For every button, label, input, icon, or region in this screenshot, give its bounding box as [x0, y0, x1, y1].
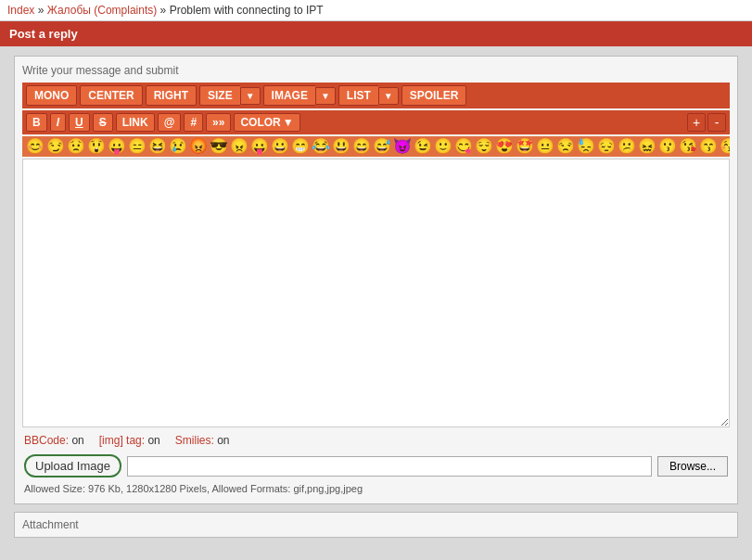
smiley-19[interactable]: 😈: [393, 139, 412, 154]
underline-button[interactable]: U: [69, 113, 90, 132]
smiley-14[interactable]: 😁: [291, 139, 310, 154]
breadcrumb-complaints-link[interactable]: Жалобы (Complaints): [47, 4, 158, 17]
toolbar-row2: B I U S LINK @ # »» COLOR ▼ + -: [22, 110, 730, 134]
breadcrumb: Index » Жалобы (Complaints) » Problem wi…: [0, 0, 752, 21]
smiley-17[interactable]: 😄: [352, 139, 371, 154]
toolbar-row1: MONO CENTER RIGHT SIZE ▼ IMAGE ▼ LIST ▼ …: [22, 83, 730, 108]
smiley-5[interactable]: 😛: [108, 139, 126, 154]
smiley-15[interactable]: 😂: [312, 139, 330, 154]
bbcode-link[interactable]: BBCode:: [24, 434, 69, 447]
smiley-9[interactable]: 😡: [189, 139, 208, 154]
right-button[interactable]: RIGHT: [146, 85, 197, 106]
size-dropdown[interactable]: SIZE ▼: [199, 85, 261, 106]
img-status: [img] tag: on: [99, 434, 160, 447]
smiley-10[interactable]: 😎: [210, 139, 228, 154]
plus-button[interactable]: +: [687, 113, 706, 132]
smiley-2[interactable]: 😏: [46, 139, 65, 154]
italic-button[interactable]: I: [50, 113, 66, 132]
image-arrow[interactable]: ▼: [315, 87, 336, 105]
size-arrow[interactable]: ▼: [240, 87, 261, 105]
list-dropdown[interactable]: LIST ▼: [338, 85, 399, 106]
smiley-22[interactable]: 😋: [454, 139, 473, 154]
smiley-7[interactable]: 😆: [148, 139, 167, 154]
smiley-21[interactable]: 🙂: [434, 139, 452, 154]
smiley-25[interactable]: 🤩: [516, 139, 534, 154]
bbcode-value: on: [71, 434, 83, 447]
list-arrow[interactable]: ▼: [378, 87, 399, 105]
smiley-18[interactable]: 😅: [373, 139, 391, 154]
bold-button[interactable]: B: [26, 113, 47, 132]
smiley-13[interactable]: 😀: [271, 139, 289, 154]
bbcode-status: BBCode: on: [24, 434, 84, 447]
smiley-23[interactable]: 😌: [475, 139, 493, 154]
smiley-26[interactable]: 😐: [536, 139, 554, 154]
mono-button[interactable]: MONO: [26, 85, 77, 106]
img-value: on: [147, 434, 159, 447]
smiley-30[interactable]: 😕: [618, 139, 636, 154]
smiley-28[interactable]: 😓: [577, 139, 595, 154]
minus-button[interactable]: -: [707, 113, 726, 132]
link-button[interactable]: LINK: [116, 113, 155, 132]
plus-minus-group: + -: [687, 113, 726, 132]
color-dropdown[interactable]: COLOR ▼: [234, 113, 300, 132]
message-textarea[interactable]: [22, 159, 730, 427]
upload-path-input[interactable]: [127, 456, 652, 477]
smiley-32[interactable]: 😗: [658, 139, 677, 154]
smiley-4[interactable]: 😲: [87, 139, 106, 154]
smiley-24[interactable]: 😍: [495, 139, 514, 154]
write-message-label: Write your message and submit: [22, 64, 730, 77]
at-button[interactable]: @: [158, 113, 182, 132]
smiley-6[interactable]: 😑: [128, 139, 147, 154]
smilies-status: Smilies: on: [175, 434, 230, 447]
allowed-formats: Allowed Size: 976 Kb, 1280x1280 Pixels, …: [22, 481, 730, 496]
breadcrumb-current: Problem with connecting to IPT: [170, 4, 324, 17]
status-row: BBCode: on [img] tag: on Smilies: on: [22, 430, 730, 451]
center-button[interactable]: CENTER: [80, 85, 142, 106]
smilies-row: 😊 😏 😟 😲 😛 😑 😆 😢 😡 😎 😠 😛 😀 😁 😂 😃 😄 😅 😈 😉 …: [22, 136, 730, 157]
spoiler-button[interactable]: SPOILER: [401, 85, 467, 106]
smiley-8[interactable]: 😢: [169, 139, 187, 154]
smiley-29[interactable]: 😔: [597, 139, 616, 154]
image-dropdown[interactable]: IMAGE ▼: [263, 85, 336, 106]
strike-button[interactable]: S: [93, 113, 113, 132]
image-main[interactable]: IMAGE: [263, 85, 315, 106]
color-label: COLOR: [240, 116, 280, 129]
smiley-31[interactable]: 😖: [638, 139, 656, 154]
page-content: Write your message and submit MONO CENTE…: [0, 46, 752, 547]
smiley-34[interactable]: 😙: [699, 139, 718, 154]
size-main[interactable]: SIZE: [199, 85, 240, 106]
color-arrow-icon: ▼: [283, 116, 294, 129]
breadcrumb-index-link[interactable]: Index: [7, 4, 34, 17]
attachment-section: Attachment: [14, 512, 738, 538]
upload-row: Upload Image Browse...: [22, 451, 730, 481]
smiley-3[interactable]: 😟: [67, 139, 85, 154]
smiley-35[interactable]: 😚: [720, 139, 730, 154]
hash-button[interactable]: #: [184, 113, 203, 132]
smiley-27[interactable]: 😒: [556, 139, 575, 154]
smiley-20[interactable]: 😉: [414, 139, 432, 154]
attachment-label: Attachment: [22, 518, 730, 531]
smiley-33[interactable]: 😘: [679, 139, 697, 154]
smiley-16[interactable]: 😃: [332, 139, 351, 154]
img-link[interactable]: [img] tag:: [99, 434, 145, 447]
smiley-12[interactable]: 😛: [250, 139, 269, 154]
browse-button[interactable]: Browse...: [657, 456, 728, 477]
upload-image-label: Upload Image: [24, 454, 121, 477]
post-reply-header: Post a reply: [0, 21, 752, 46]
smiley-11[interactable]: 😠: [230, 139, 249, 154]
smilies-link[interactable]: Smilies:: [175, 434, 214, 447]
list-main[interactable]: LIST: [338, 85, 378, 106]
write-message-box: Write your message and submit MONO CENTE…: [14, 56, 738, 504]
smiley-1[interactable]: 😊: [26, 139, 45, 154]
smilies-value: on: [217, 434, 229, 447]
arrows-button[interactable]: »»: [206, 113, 231, 132]
